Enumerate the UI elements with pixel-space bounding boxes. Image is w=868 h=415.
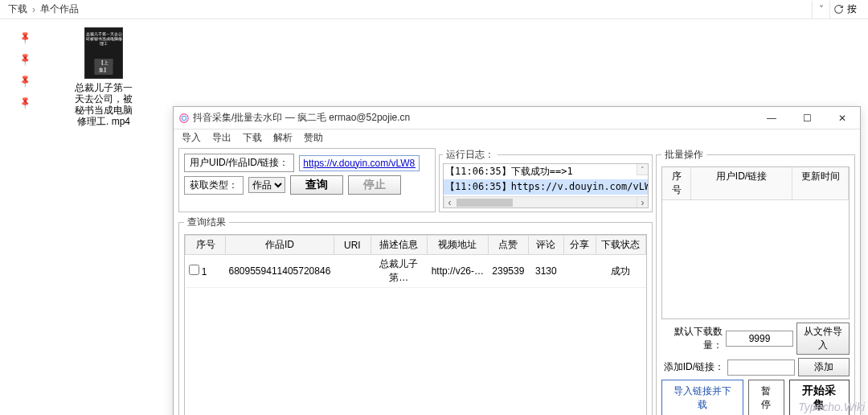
- scroll-right-icon[interactable]: ›: [637, 197, 648, 208]
- cell-like: 239539: [488, 255, 528, 288]
- col-share[interactable]: 分享: [563, 236, 596, 255]
- results-group: 查询结果 序号 作品ID URI 描述信息 视频地址 点赞 评论: [178, 216, 653, 415]
- menu-download[interactable]: 下载: [243, 131, 262, 145]
- menu-donate[interactable]: 赞助: [304, 131, 323, 145]
- cell-status: 成功: [596, 255, 645, 288]
- window-title: 抖音采集/批量去水印 — 疯二毛 ermao@52pojie.cn: [193, 111, 754, 125]
- stop-button[interactable]: 停止: [348, 175, 401, 195]
- def-count-label: 默认下载数量：: [661, 325, 723, 352]
- start-collect-button[interactable]: 开始采集: [789, 380, 850, 415]
- breadcrumb-seg-1[interactable]: 下载: [5, 2, 31, 16]
- titlebar[interactable]: 抖音采集/批量去水印 — 疯二毛 ermao@52pojie.cn — ☐ ✕: [174, 107, 860, 129]
- log-textarea[interactable]: ˄ 【11:06:35】下载成功==>1 【11:06:35】https://v…: [443, 163, 649, 208]
- import-links-button[interactable]: 导入链接并下载: [661, 380, 743, 415]
- menu-import[interactable]: 导入: [182, 131, 201, 145]
- batch-col-time[interactable]: 更新时间: [792, 167, 849, 199]
- pin-icon[interactable]: 📌: [18, 48, 36, 67]
- query-controls: 用户UID/作品ID/链接： 获取类型： 作品 查询 停止: [178, 148, 436, 212]
- fetch-type-select[interactable]: 作品: [248, 177, 285, 193]
- col-like[interactable]: 点赞: [488, 236, 528, 255]
- thumb-badge: 【上集】: [95, 59, 113, 75]
- batch-col-uid[interactable]: 用户ID/链接: [691, 167, 792, 199]
- svg-point-3: [180, 113, 189, 122]
- results-table: 序号 作品ID URI 描述信息 视频地址 点赞 评论 分享 下载状态: [185, 235, 646, 288]
- thumb-caption: 总裁儿子第一天去公司被秘书当成电脑修理工: [85, 31, 122, 46]
- url-input[interactable]: [299, 155, 420, 171]
- query-button[interactable]: 查询: [290, 175, 343, 195]
- pin-icon[interactable]: 📌: [18, 70, 36, 88]
- minimize-button[interactable]: —: [754, 107, 789, 129]
- cell-uri: [334, 255, 371, 288]
- file-name: 总裁儿子第一天去公司，被秘书当成电脑修理工. mp4: [72, 82, 135, 127]
- add-id-input[interactable]: [727, 360, 795, 376]
- log-line: 【11:06:35】下载成功==>1: [444, 164, 648, 179]
- cell-comment: 3130: [528, 255, 563, 288]
- maximize-button[interactable]: ☐: [789, 107, 825, 129]
- row-checkbox[interactable]: [189, 265, 199, 275]
- file-item[interactable]: 总裁儿子第一天去公司被秘书当成电脑修理工 【上集】 总裁儿子第一天去公司，被秘书…: [72, 27, 135, 127]
- col-status[interactable]: 下载状态: [596, 236, 645, 255]
- cell-id: 6809559411405720846: [226, 255, 334, 288]
- breadcrumb: 下载 › 单个作品 ˅: [0, 0, 868, 19]
- col-comment[interactable]: 评论: [528, 236, 563, 255]
- batch-list[interactable]: 序号 用户ID/链接 更新时间: [661, 166, 850, 319]
- breadcrumb-seg-2[interactable]: 单个作品: [37, 2, 82, 16]
- scroll-left-icon[interactable]: ‹: [444, 197, 455, 208]
- menu-export[interactable]: 导出: [212, 131, 231, 145]
- col-id[interactable]: 作品ID: [226, 236, 334, 255]
- explorer-pane: 📌 📌 📌 📌 总裁儿子第一天去公司被秘书当成电脑修理工 【上集】 总裁儿子第一…: [0, 19, 868, 415]
- log-legend: 运行日志：: [443, 148, 497, 162]
- cell-vurl: http://v26-…: [427, 255, 488, 288]
- pause-button[interactable]: 暂停: [748, 380, 784, 415]
- refresh-icon[interactable]: [829, 1, 847, 18]
- table-row[interactable]: 1 6809559411405720846 总裁儿子第… http://v26-…: [186, 255, 646, 288]
- col-vurl[interactable]: 视频地址: [427, 236, 488, 255]
- pin-icon[interactable]: 📌: [18, 27, 36, 45]
- close-button[interactable]: ✕: [825, 107, 860, 129]
- col-uri[interactable]: URI: [334, 236, 371, 255]
- menu-parse[interactable]: 解析: [273, 131, 293, 145]
- batch-col-idx[interactable]: 序号: [662, 167, 691, 199]
- cell-desc: 总裁儿子第…: [371, 255, 427, 288]
- uid-label[interactable]: 用户UID/作品ID/链接：: [184, 154, 294, 172]
- pin-column: 📌 📌 📌 📌: [5, 19, 35, 106]
- log-group: 运行日志： ˄ 【11:06:35】下载成功==>1 【11:06:35】htt…: [439, 148, 653, 212]
- breadcrumb-search-edge[interactable]: [847, 4, 863, 15]
- scrollbar-thumb[interactable]: [457, 199, 513, 207]
- add-button[interactable]: 添加: [798, 358, 850, 376]
- video-thumbnail: 总裁儿子第一天去公司被秘书当成电脑修理工 【上集】: [84, 27, 123, 79]
- scrollbar-horizontal[interactable]: ‹ ›: [444, 196, 648, 208]
- batch-group: 批量操作 序号 用户ID/链接 更新时间 默认下载数量： 从文件导入 添加ID/…: [656, 148, 855, 415]
- scroll-up-icon[interactable]: ˄: [637, 164, 648, 175]
- def-count-input[interactable]: [726, 331, 793, 347]
- dropdown-icon[interactable]: ˅: [812, 1, 829, 18]
- menubar: 导入 导出 下载 解析 赞助: [174, 129, 860, 148]
- cell-idx: 1: [202, 266, 207, 277]
- app-window: 抖音采集/批量去水印 — 疯二毛 ermao@52pojie.cn — ☐ ✕ …: [173, 106, 861, 415]
- chevron-right-icon: ›: [31, 4, 37, 15]
- batch-legend: 批量操作: [661, 148, 706, 162]
- svg-point-4: [182, 116, 186, 120]
- col-desc[interactable]: 描述信息: [371, 236, 427, 255]
- col-idx[interactable]: 序号: [186, 236, 226, 255]
- cell-share: [563, 255, 596, 288]
- import-file-button[interactable]: 从文件导入: [796, 323, 850, 355]
- app-icon: [178, 113, 190, 124]
- add-id-label: 添加ID/链接：: [663, 360, 724, 374]
- fetch-type-label[interactable]: 获取类型：: [184, 176, 244, 195]
- results-legend: 查询结果: [184, 216, 229, 229]
- pin-icon[interactable]: 📌: [18, 92, 36, 110]
- log-line: 【11:06:35】https://v.douyin.com/vLW8RS/ |…: [444, 179, 648, 195]
